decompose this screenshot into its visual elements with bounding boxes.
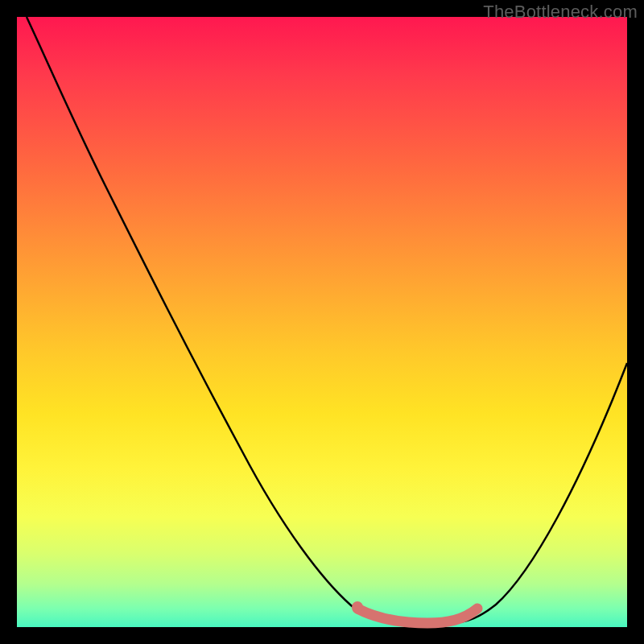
chart-svg xyxy=(17,17,627,627)
optimal-marker xyxy=(352,601,363,613)
optimal-band xyxy=(357,609,477,623)
chart-frame: TheBottleneck.com xyxy=(0,0,644,644)
watermark-text: TheBottleneck.com xyxy=(483,2,638,23)
plot-area xyxy=(17,17,627,627)
bottleneck-curve xyxy=(27,17,627,623)
